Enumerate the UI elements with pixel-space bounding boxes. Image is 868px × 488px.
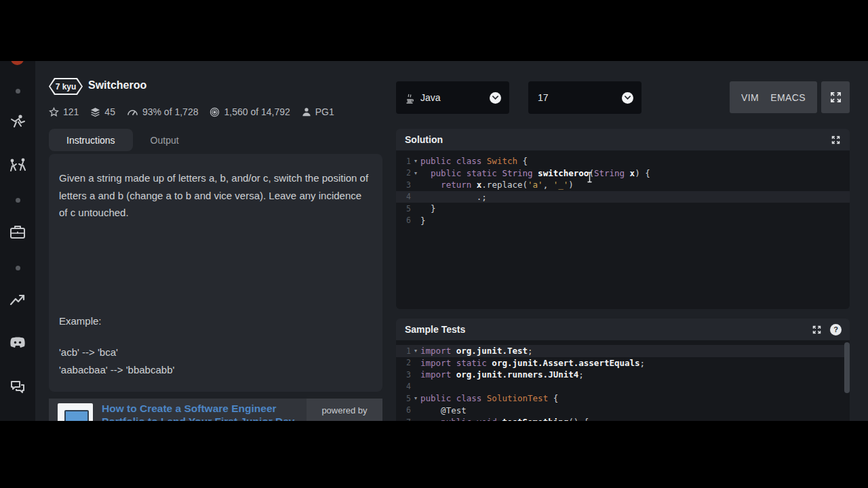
line-number: 3 xyxy=(396,180,411,190)
careers-briefcase-icon[interactable] xyxy=(0,224,35,240)
ad-link[interactable]: How to Create a Software Engineer Portfo… xyxy=(102,402,305,421)
layers-icon xyxy=(90,107,100,117)
version-select[interactable]: 17 xyxy=(528,81,642,114)
stat-completion: 93% of 1,728 xyxy=(127,106,199,117)
stat-value: 121 xyxy=(63,106,79,117)
kata-stats: 121 45 93% of 1,728 1,560 of 14,792 PG1 xyxy=(49,105,334,119)
sidebar-nav xyxy=(0,61,35,421)
target-icon xyxy=(210,107,220,117)
code-text: return x.replace('a', '_') xyxy=(420,180,574,190)
sample-tests-editor[interactable]: 1▾import org.junit.Test;2import static o… xyxy=(396,340,850,421)
stat-stars: 121 xyxy=(49,106,79,117)
code-line[interactable]: 6} xyxy=(396,215,850,227)
kumite-icon[interactable] xyxy=(0,157,35,174)
java-icon xyxy=(405,92,414,104)
line-number: 1 xyxy=(396,157,411,166)
chevron-down-icon xyxy=(622,92,633,104)
stat-collections: 45 xyxy=(90,106,115,117)
code-line[interactable]: 3import org.junit.runners.JUnit4; xyxy=(396,369,850,381)
fold-arrow-icon[interactable]: ▾ xyxy=(411,395,420,401)
discord-icon[interactable] xyxy=(0,335,35,351)
tab-output[interactable]: Output xyxy=(133,129,197,151)
code-text: import org.junit.runners.JUnit4; xyxy=(420,369,584,380)
fold-arrow-icon[interactable]: ▾ xyxy=(411,158,420,164)
line-number: 3 xyxy=(396,370,411,380)
code-text: import org.junit.Test; xyxy=(420,346,533,356)
code-line[interactable]: 4 .; xyxy=(396,191,850,203)
line-number: 6 xyxy=(396,405,411,415)
language-select[interactable]: Java xyxy=(396,81,509,114)
code-text: import static org.junit.Assert.assertEqu… xyxy=(420,358,645,368)
code-line[interactable]: 3 return x.replace('a', '_') xyxy=(396,179,850,191)
code-text: } xyxy=(420,203,436,214)
codewars-logo-icon[interactable] xyxy=(11,61,24,65)
line-number: 5 xyxy=(396,204,411,214)
text-cursor-pointer xyxy=(586,171,593,186)
code-text: public static String switcheroo(String x… xyxy=(420,168,650,178)
solution-editor[interactable]: 1▾public class Switch {2▾ public static … xyxy=(396,150,850,309)
sample-tests-expand-icon[interactable] xyxy=(812,325,821,334)
language-value: Java xyxy=(420,92,441,103)
fold-arrow-icon[interactable]: ▾ xyxy=(411,419,420,421)
code-line[interactable]: 1▾import org.junit.Test; xyxy=(396,345,850,357)
line-number: 2 xyxy=(396,168,411,178)
person-icon xyxy=(302,107,311,117)
stat-value: 45 xyxy=(104,106,115,117)
code-line[interactable]: 4 xyxy=(396,381,850,393)
sample-tests-title: Sample Tests xyxy=(405,324,465,335)
code-line[interactable]: 2import static org.junit.Assert.assertEq… xyxy=(396,357,850,369)
code-line[interactable]: 7▾ public void testSomething() { xyxy=(396,416,850,421)
fullscreen-button[interactable] xyxy=(821,81,850,113)
stat-author[interactable]: PG1 xyxy=(302,106,334,117)
fold-arrow-icon[interactable]: ▾ xyxy=(411,170,420,176)
sample-tests-header: Sample Tests ? xyxy=(396,319,850,340)
code-text: @Test xyxy=(420,405,467,415)
line-number: 4 xyxy=(396,382,411,391)
chevron-down-icon xyxy=(490,92,501,104)
stat-value: PG1 xyxy=(315,106,334,117)
editor-mode-toggle: VIM EMACS xyxy=(730,81,817,113)
kata-kick-icon[interactable] xyxy=(0,113,35,130)
nav-dot-icon xyxy=(0,89,35,94)
kata-title: Switcheroo xyxy=(88,79,146,92)
code-text: public void testSomething() { xyxy=(420,417,589,421)
expand-icon xyxy=(830,92,842,103)
stat-solutions: 1,560 of 14,792 xyxy=(210,106,290,117)
tab-instructions[interactable]: Instructions xyxy=(49,129,133,151)
example-lines: 'acb' --> 'bca' 'aabacbaa' --> 'bbabcabb… xyxy=(59,344,372,378)
leaderboard-trend-icon[interactable] xyxy=(0,293,35,308)
nav-dot-icon xyxy=(0,266,35,270)
line-number: 6 xyxy=(396,216,411,225)
code-text: public class Switch { xyxy=(420,156,528,166)
code-line[interactable]: 5▾public class SolutionTest { xyxy=(396,392,850,405)
code-line[interactable]: 6 @Test xyxy=(396,405,850,417)
star-icon xyxy=(49,107,59,117)
version-value: 17 xyxy=(538,92,549,103)
kyu-rank-badge: 7 kyu xyxy=(49,78,83,95)
sponsor-ad[interactable]: How to Create a Software Engineer Portfo… xyxy=(49,399,382,421)
solution-header: Solution xyxy=(396,129,850,150)
solution-title: Solution xyxy=(405,134,443,145)
code-line[interactable]: 2▾ public static String switcheroo(Strin… xyxy=(396,167,850,180)
code-text: public class SolutionTest { xyxy=(420,393,558,403)
vim-mode-button[interactable]: VIM xyxy=(741,92,759,103)
forum-chat-icon[interactable] xyxy=(0,379,35,395)
code-line[interactable]: 1▾public class Switch { xyxy=(396,155,850,167)
fold-arrow-icon[interactable]: ▾ xyxy=(411,348,420,354)
code-line[interactable]: 5 } xyxy=(396,203,850,215)
kyu-rank-label: 7 kyu xyxy=(49,78,83,95)
line-number: 4 xyxy=(396,192,411,201)
panel-tabs: Instructions Output xyxy=(49,129,197,151)
line-number: 5 xyxy=(396,394,411,403)
help-icon[interactable]: ? xyxy=(830,324,842,336)
kata-description: Given a string made up of letters a, b, … xyxy=(59,169,372,222)
emacs-mode-button[interactable]: EMACS xyxy=(770,92,806,103)
ad-thumbnail xyxy=(58,403,93,421)
scrollbar-thumb[interactable] xyxy=(844,342,850,393)
solution-expand-icon[interactable] xyxy=(831,136,840,144)
app-window: 7 kyu Switcheroo 121 45 93% of 1,728 1,5… xyxy=(0,61,868,421)
stat-value: 1,560 of 14,792 xyxy=(224,106,290,117)
instructions-panel: Given a string made up of letters a, b, … xyxy=(49,154,382,392)
gauge-icon xyxy=(127,107,138,117)
line-number: 2 xyxy=(396,358,411,367)
